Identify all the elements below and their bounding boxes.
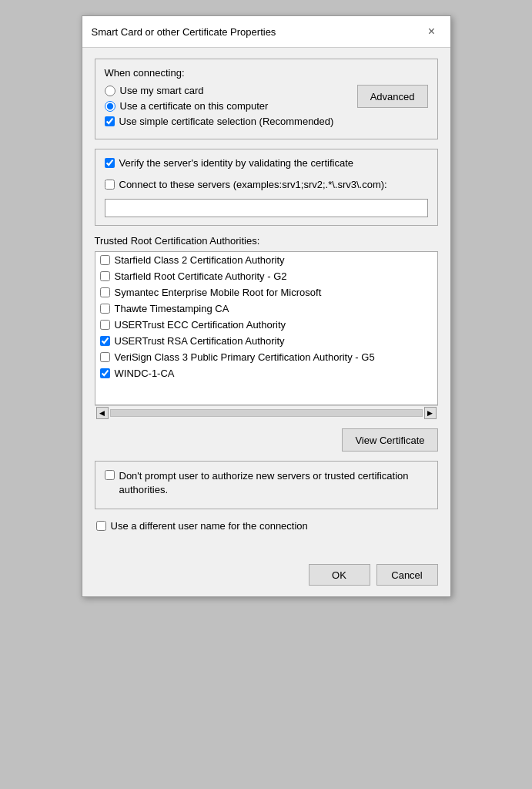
scroll-left-button[interactable]: ◀ [96,407,109,419]
list-item-label-1: Starfield Root Certificate Authority - G… [115,270,287,282]
radio-row-1: Use my smart card [105,85,350,96]
title-bar: Smart Card or other Certificate Properti… [82,16,450,48]
list-item: Symantec Enterprise Mobile Root for Micr… [95,284,437,300]
list-item-checkbox-1[interactable] [100,271,110,281]
verify-server-checkbox[interactable] [105,158,115,168]
verify-server-label: Verify the server's identity by validati… [119,157,354,169]
list-item-label-4: USERTrust ECC Certification Authority [115,319,286,331]
list-item: WINDC-1-CA [95,365,437,381]
dont-prompt-checkbox[interactable] [105,470,115,480]
verify-server-row: Verify the server's identity by validati… [105,157,428,169]
dialog-title: Smart Card or other Certificate Properti… [92,26,276,38]
simple-cert-row: Use simple certificate selection (Recomm… [105,116,350,127]
when-connecting-label: When connecting: [105,67,428,79]
diff-user-row: Use a different user name for the connec… [95,520,438,532]
list-item-checkbox-2[interactable] [100,287,110,297]
diff-user-label: Use a different user name for the connec… [111,520,308,532]
dialog-content: When connecting: Use my smart card Use a… [82,48,450,558]
list-item-checkbox-6[interactable] [100,352,110,362]
list-item-label-0: Starfield Class 2 Certification Authorit… [115,254,285,266]
list-item-checkbox-4[interactable] [100,320,110,330]
list-item-label-5: USERTrust RSA Certification Authority [115,335,285,347]
connect-servers-label: Connect to these servers (examples:srv1;… [119,179,387,190]
when-connecting-section: When connecting: Use my smart card Use a… [95,59,438,139]
dont-prompt-label: Don't prompt user to authorize new serve… [119,469,428,497]
close-button[interactable]: × [423,22,441,41]
advanced-button[interactable]: Advanced [357,85,428,108]
view-certificate-button[interactable]: View Certificate [342,428,437,452]
server-input[interactable] [105,199,428,217]
list-item-checkbox-3[interactable] [100,304,110,314]
scroll-right-button[interactable]: ▶ [424,407,437,419]
ok-button[interactable]: OK [309,564,370,586]
list-item: Starfield Root Certificate Authority - G… [95,268,437,284]
list-item: Thawte Timestamping CA [95,300,437,317]
radio-row-2: Use a certificate on this computer [105,100,350,112]
use-smart-card-label: Use my smart card [120,85,204,96]
trusted-section: Trusted Root Certification Authorities: … [95,235,438,419]
dialog-buttons: OK Cancel [82,558,450,596]
use-simple-cert-label: Use simple certificate selection (Recomm… [119,116,334,127]
cancel-button[interactable]: Cancel [376,564,438,586]
dont-prompt-row: Don't prompt user to authorize new serve… [105,469,428,497]
verify-section: Verify the server's identity by validati… [95,149,438,226]
list-item-label-3: Thawte Timestamping CA [115,303,229,314]
dont-prompt-section: Don't prompt user to authorize new serve… [95,461,438,509]
list-item-checkbox-5[interactable] [100,336,110,346]
connect-servers-row: Connect to these servers (examples:srv1;… [105,179,428,190]
connect-servers-checkbox[interactable] [105,180,115,190]
use-certificate-radio[interactable] [105,101,115,112]
use-certificate-label: Use a certificate on this computer [120,100,269,112]
view-cert-row: View Certificate [95,428,438,452]
list-item: USERTrust ECC Certification Authority [95,317,437,333]
use-simple-cert-checkbox[interactable] [105,116,115,126]
use-smart-card-radio[interactable] [105,86,115,96]
trusted-label: Trusted Root Certification Authorities: [95,235,438,247]
options-row: Use my smart card Use a certificate on t… [105,85,428,131]
horizontal-scroll-area: ◀ ▶ [95,405,438,419]
list-item: USERTrust RSA Certification Authority [95,333,437,349]
radio-options: Use my smart card Use a certificate on t… [105,85,350,131]
list-item: VeriSign Class 3 Public Primary Certific… [95,349,437,365]
list-item-label-7: WINDC-1-CA [115,368,175,379]
list-item-checkbox-0[interactable] [100,255,110,265]
h-scroll-track [110,409,423,417]
list-item: Starfield Class 2 Certification Authorit… [95,252,437,268]
trusted-list-box[interactable]: Starfield Class 2 Certification Authorit… [95,251,438,405]
list-item-checkbox-7[interactable] [100,368,110,378]
diff-user-checkbox[interactable] [96,521,106,531]
list-item-label-2: Symantec Enterprise Mobile Root for Micr… [115,287,322,298]
list-item-label-6: VeriSign Class 3 Public Primary Certific… [115,351,375,363]
dialog-window: Smart Card or other Certificate Properti… [82,15,451,597]
